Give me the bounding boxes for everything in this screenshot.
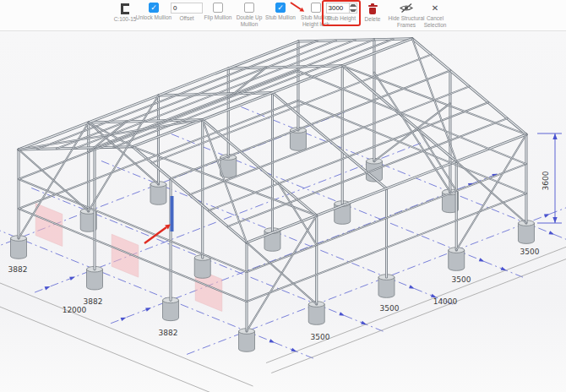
dimension-label: 3500 [380, 304, 400, 313]
offset-input[interactable] [171, 3, 203, 14]
stub-mullion-label: Stub Mullion [265, 14, 296, 21]
unlock-mullion-label: Unlock Mullion [136, 14, 171, 21]
stub-height-spin-buttons[interactable] [349, 3, 356, 13]
model-viewport[interactable]: 3882388212000388235003500140003500350036… [0, 30, 566, 392]
dimension-label: 3882 [84, 297, 103, 306]
highlight-panels [35, 204, 222, 312]
dimension-label: 3882 [8, 265, 28, 274]
stub-mullion-height-lock-checkbox[interactable] [311, 3, 321, 13]
dimension-label: 14000 [433, 297, 458, 306]
delete-label: Delete [365, 16, 381, 23]
cancel-selection-label: Cancel Selection [416, 15, 454, 28]
trash-icon [368, 3, 378, 14]
dimension-label: 3500 [311, 333, 330, 341]
profile-label: C:100-15 [114, 16, 137, 23]
unlock-mullion-checkbox[interactable]: ✓ [149, 3, 159, 13]
cancel-selection-button[interactable]: ✕ Cancel Selection [416, 3, 454, 28]
toolbar: C:100-15 ✓ Unlock Mullion Offset Flip Mu… [0, 0, 566, 31]
stub-height-label: Stub Height [327, 15, 356, 22]
dimension-label: 12000 [63, 306, 87, 314]
dimension-label: 3600 [542, 171, 550, 190]
application-window: C:100-15 ✓ Unlock Mullion Offset Flip Mu… [0, 0, 566, 392]
close-icon: ✕ [432, 3, 438, 14]
unlock-mullion-checkbox-item[interactable]: ✓ Unlock Mullion [135, 3, 172, 21]
flip-mullion-checkbox[interactable] [213, 3, 223, 13]
stub-height-spinner-item[interactable]: 3000 Stub Height [324, 3, 358, 22]
stub-mullion-checkbox-item[interactable]: ✓ Stub Mullion [262, 3, 299, 21]
c-channel-profile-icon [121, 3, 129, 14]
dimension-label: 3500 [452, 275, 471, 284]
stub-mullion-checkbox[interactable]: ✓ [275, 3, 286, 13]
structural-model-3d-view[interactable]: 3882388212000388235003500140003500350036… [0, 30, 566, 392]
dimension-label: 3882 [159, 329, 178, 337]
dimension-label: 3500 [520, 248, 540, 256]
dimension-lines [0, 133, 566, 392]
stub-height-spinner[interactable]: 3000 [326, 3, 357, 14]
stub-height-value: 3000 [327, 3, 349, 13]
eye-slash-icon [399, 3, 414, 14]
flip-mullion-label: Flip Mullion [204, 14, 232, 21]
double-up-mullion-checkbox[interactable] [244, 3, 254, 13]
spin-down-icon[interactable] [350, 8, 356, 14]
offset-label: Offset [179, 15, 193, 22]
